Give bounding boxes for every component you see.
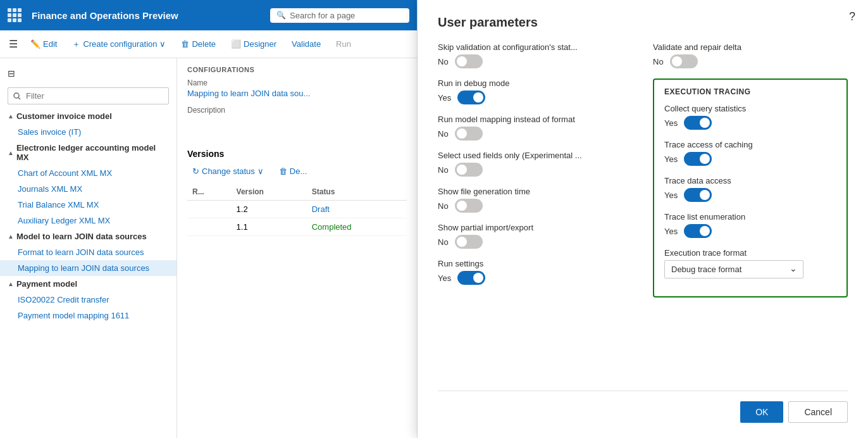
tree-group-payment-model[interactable]: ▲ Payment model bbox=[0, 276, 177, 292]
show-file-gen-toggle[interactable] bbox=[455, 199, 483, 213]
delete-button[interactable]: 🗑 Delete bbox=[175, 35, 222, 53]
sidebar-item-mapping-join[interactable]: Mapping to learn JOIN data sources bbox=[0, 260, 177, 276]
chevron-down-icon-2: ∨ bbox=[257, 166, 264, 176]
trace-data-label: Trace data access bbox=[664, 176, 836, 185]
select-fields-toggle[interactable] bbox=[455, 163, 483, 177]
delete-version-icon: 🗑 bbox=[279, 166, 287, 176]
dialog-title: User parameters bbox=[438, 15, 848, 30]
collapse-icon: ▲ bbox=[8, 113, 14, 120]
show-file-gen-row: Show file generation time No bbox=[438, 187, 633, 213]
app-grid-icon[interactable] bbox=[8, 8, 22, 22]
row1-version: 1.2 bbox=[232, 201, 307, 218]
run-debug-label: Run in debug mode bbox=[438, 78, 633, 88]
run-settings-toggle[interactable] bbox=[457, 271, 485, 285]
show-partial-row: Show partial import/export No bbox=[438, 223, 633, 249]
sidebar: ⊟ ▲ Customer invoice model Sales invoice… bbox=[0, 58, 177, 438]
show-partial-label: Show partial import/export bbox=[438, 223, 633, 232]
skip-validation-value: No bbox=[438, 54, 633, 68]
collect-query-label: Collect query statistics bbox=[664, 104, 836, 113]
filter-input[interactable] bbox=[8, 87, 169, 104]
validate-button[interactable]: Validate bbox=[285, 35, 327, 53]
trace-data-toggle[interactable] bbox=[684, 188, 712, 202]
skip-validation-label: Skip validation at configuration's stat.… bbox=[438, 42, 633, 52]
create-config-button[interactable]: ＋ Create configuration ∨ bbox=[66, 35, 172, 54]
run-button[interactable]: Run bbox=[330, 35, 357, 53]
name-label: Name bbox=[187, 78, 407, 87]
skip-validation-row: Skip validation at configuration's stat.… bbox=[438, 42, 633, 68]
search-placeholder: Search for a page bbox=[290, 11, 355, 20]
change-status-button[interactable]: ↻ Change status ∨ bbox=[187, 164, 269, 178]
name-value: Mapping to learn JOIN data sou... bbox=[187, 89, 407, 98]
show-partial-value: No bbox=[438, 235, 633, 249]
refresh-icon: ↻ bbox=[192, 166, 199, 176]
trace-caching-label: Trace access of caching bbox=[664, 140, 836, 149]
collapse-icon-3: ▲ bbox=[8, 233, 14, 240]
cancel-button[interactable]: Cancel bbox=[788, 401, 848, 423]
exec-trace-format-row: Execution trace format Debug trace forma… bbox=[664, 248, 836, 278]
tree-group-model-join[interactable]: ▲ Model to learn JOIN data sources bbox=[0, 228, 177, 244]
sidebar-item-chart-account[interactable]: Chart of Account XML MX bbox=[0, 165, 177, 181]
run-settings-label: Run settings bbox=[438, 259, 633, 268]
description-label: Description bbox=[187, 106, 407, 115]
designer-button[interactable]: ⬜ Designer bbox=[225, 35, 283, 53]
hamburger-button[interactable]: ☰ bbox=[5, 34, 22, 54]
validate-repair-toggle[interactable] bbox=[670, 54, 698, 68]
dialog-footer: OK Cancel bbox=[438, 391, 848, 423]
top-bar: Finance and Operations Preview 🔍 Search … bbox=[0, 0, 417, 30]
filter-icon[interactable]: ⊟ bbox=[5, 66, 18, 81]
dialog-overlay: ? User parameters Skip validation at con… bbox=[418, 0, 868, 438]
collect-query-row: Collect query statistics Yes bbox=[664, 104, 836, 130]
row2-version: 1.1 bbox=[232, 218, 307, 236]
sidebar-item-iso20022[interactable]: ISO20022 Credit transfer bbox=[0, 292, 177, 308]
row1-r bbox=[187, 201, 232, 218]
trace-caching-value: Yes bbox=[664, 152, 836, 166]
table-row[interactable]: 1.1 Completed bbox=[187, 218, 407, 236]
exec-trace-format-dropdown[interactable]: Debug trace formatPerformance trace form… bbox=[664, 260, 803, 278]
help-icon[interactable]: ? bbox=[849, 10, 855, 23]
row2-r bbox=[187, 218, 232, 236]
col-header-r: R... bbox=[187, 184, 232, 201]
skip-validation-toggle[interactable] bbox=[455, 54, 483, 68]
show-partial-toggle[interactable] bbox=[455, 235, 483, 249]
collapse-icon-2: ▲ bbox=[8, 149, 14, 156]
sidebar-item-journals-xml[interactable]: Journals XML MX bbox=[0, 181, 177, 197]
sidebar-item-trial-balance[interactable]: Trial Balance XML MX bbox=[0, 197, 177, 213]
select-fields-value: No bbox=[438, 163, 633, 177]
trace-data-row: Trace data access Yes bbox=[664, 176, 836, 202]
sidebar-item-sales-invoice[interactable]: Sales invoice (IT) bbox=[0, 124, 177, 140]
exec-trace-format-label: Execution trace format bbox=[664, 248, 836, 258]
run-model-value: No bbox=[438, 127, 633, 141]
collect-query-toggle[interactable] bbox=[684, 116, 712, 130]
trace-list-toggle[interactable] bbox=[684, 224, 712, 238]
table-row[interactable]: 1.2 Draft bbox=[187, 201, 407, 218]
show-file-gen-label: Show file generation time bbox=[438, 187, 633, 196]
sidebar-item-format-join[interactable]: Format to learn JOIN data sources bbox=[0, 244, 177, 260]
app-title: Finance and Operations Preview bbox=[32, 10, 263, 21]
select-fields-row: Select used fields only (Experimental ..… bbox=[438, 151, 633, 177]
sidebar-item-payment-mapping[interactable]: Payment model mapping 1611 bbox=[0, 308, 177, 323]
run-model-toggle[interactable] bbox=[455, 127, 483, 141]
user-parameters-dialog: ? User parameters Skip validation at con… bbox=[418, 0, 868, 438]
tree-group-customer-invoice[interactable]: ▲ Customer invoice model bbox=[0, 108, 177, 124]
run-model-label: Run model mapping instead of format bbox=[438, 115, 633, 124]
validate-repair-value: No bbox=[653, 54, 848, 68]
validate-repair-row: Validate and repair delta No bbox=[653, 42, 848, 68]
search-box[interactable]: 🔍 Search for a page bbox=[270, 8, 409, 23]
versions-title: Versions bbox=[187, 149, 407, 159]
execution-tracing-title: EXECUTION TRACING bbox=[664, 87, 836, 96]
exec-trace-format-dropdown-wrapper: Debug trace formatPerformance trace form… bbox=[664, 260, 803, 278]
tree-group-electronic-ledger[interactable]: ▲ Electronic ledger accounting model MX bbox=[0, 140, 177, 165]
trace-list-row: Trace list enumeration Yes bbox=[664, 212, 836, 238]
toolbar: ☰ ✏️ Edit ＋ Create configuration ∨ 🗑 Del… bbox=[0, 30, 417, 58]
ok-button[interactable]: OK bbox=[740, 401, 783, 423]
trace-data-value: Yes bbox=[664, 188, 836, 202]
dialog-body: Skip validation at configuration's stat.… bbox=[438, 42, 848, 380]
run-debug-toggle[interactable] bbox=[457, 91, 485, 104]
trace-caching-row: Trace access of caching Yes bbox=[664, 140, 836, 166]
trace-caching-toggle[interactable] bbox=[684, 152, 712, 166]
sidebar-item-auxiliary-ledger[interactable]: Auxiliary Ledger XML MX bbox=[0, 213, 177, 228]
edit-button[interactable]: ✏️ Edit bbox=[24, 35, 63, 53]
delete-version-button[interactable]: 🗑 De... bbox=[274, 164, 312, 178]
chevron-down-icon: ∨ bbox=[159, 39, 166, 49]
main-content: CONFIGURATIONS Name Mapping to learn JOI… bbox=[177, 58, 417, 438]
